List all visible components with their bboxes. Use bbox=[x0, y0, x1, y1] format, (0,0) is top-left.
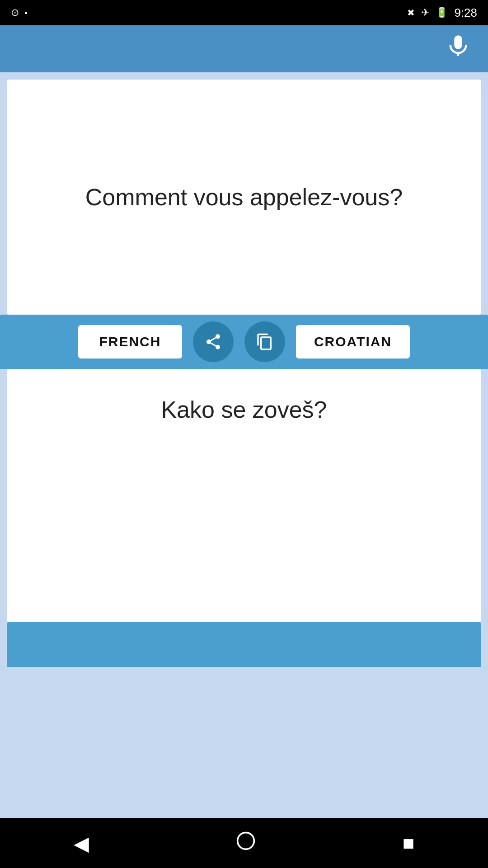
svg-point-0 bbox=[237, 833, 254, 849]
app-toolbar bbox=[0, 25, 488, 72]
bottom-decoration-bar bbox=[7, 622, 481, 667]
share-button[interactable] bbox=[193, 321, 234, 362]
status-sd-icon: ▪ bbox=[24, 8, 28, 18]
home-button[interactable] bbox=[236, 831, 256, 855]
translation-text: Kako se zoveš? bbox=[161, 396, 327, 423]
source-language-button[interactable]: FRENCH bbox=[78, 325, 182, 359]
language-bar: FRENCH CROATIAN bbox=[0, 315, 488, 369]
main-content: Comment vous appelez-vous? FRENCH CROATI… bbox=[0, 72, 488, 818]
share-icon bbox=[204, 333, 222, 351]
copy-button[interactable] bbox=[244, 321, 285, 362]
microphone-icon[interactable] bbox=[446, 34, 470, 63]
status-left-icons: ⊙ ▪ bbox=[11, 7, 28, 19]
status-circle-icon: ⊙ bbox=[11, 7, 19, 19]
target-language-button[interactable]: CROATIAN bbox=[296, 325, 410, 359]
status-bar: ⊙ ▪ ✖ ✈ 🔋 9:28 bbox=[0, 0, 488, 25]
status-airplane-icon: ✈ bbox=[421, 7, 429, 19]
status-time: 9:28 bbox=[454, 6, 477, 20]
translation-panel: Kako se zoveš? bbox=[7, 369, 481, 622]
source-panel: Comment vous appelez-vous? bbox=[7, 80, 481, 315]
recents-button[interactable]: ■ bbox=[403, 832, 415, 854]
status-right-icons: ✖ ✈ 🔋 9:28 bbox=[407, 6, 477, 20]
back-button[interactable]: ◀ bbox=[74, 832, 89, 855]
copy-icon bbox=[256, 333, 274, 351]
nav-bar: ◀ ■ bbox=[0, 818, 488, 868]
source-text: Comment vous appelez-vous? bbox=[85, 184, 403, 211]
status-battery-icon: 🔋 bbox=[436, 7, 448, 19]
status-nosim-icon: ✖ bbox=[407, 7, 415, 18]
